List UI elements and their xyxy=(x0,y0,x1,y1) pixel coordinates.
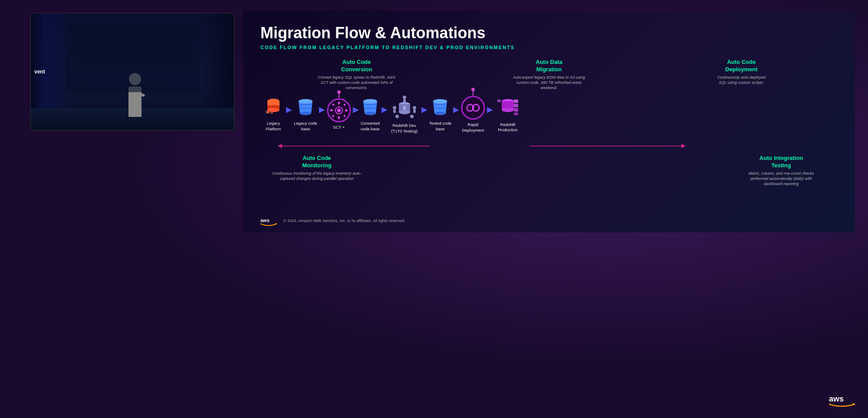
svg-point-37 xyxy=(399,110,410,114)
block-auto-integration-testing: Auto IntegrationTesting Metric, column, … xyxy=(733,155,829,186)
arrow-1: ▶ xyxy=(286,105,292,114)
svg-point-40 xyxy=(434,112,446,115)
svg-text:aws: aws xyxy=(829,395,844,403)
node-converted-code-base: Convertedcode base xyxy=(361,97,380,132)
converted-codebase-label: Convertedcode base xyxy=(361,121,380,132)
node-redshift-production: RedshiftProduction xyxy=(495,96,521,133)
redshift-dev-icon: S xyxy=(389,95,420,121)
arrow-7: ▶ xyxy=(487,105,493,114)
testing-title: Auto IntegrationTesting xyxy=(733,155,829,169)
node-sct-plus: SCT + xyxy=(327,98,351,130)
svg-rect-5 xyxy=(266,111,270,113)
svg-rect-30 xyxy=(393,109,396,113)
event-label: vent xyxy=(34,69,45,75)
arrow-4: ▶ xyxy=(381,105,388,114)
svg-rect-6 xyxy=(270,112,273,114)
arrow-5: ▶ xyxy=(421,105,427,114)
converted-codebase-icon xyxy=(361,97,379,119)
node-legacy-platform: LegacyPlatform xyxy=(263,97,284,132)
main-slide: Migration Flow & Automations CODE FLOW F… xyxy=(243,11,855,232)
testing-desc: Metric, column, and row-count checksperf… xyxy=(733,171,829,186)
top-sections: Auto CodeConversion Convert legacy SQL s… xyxy=(260,59,838,90)
feedback-lines xyxy=(260,137,838,153)
arrow-6: ▶ xyxy=(453,105,459,114)
block-auto-code-monitoring: Auto CodeMonitoring Continuous monitorin… xyxy=(269,155,365,186)
svg-point-14 xyxy=(337,109,341,112)
arrow-3: ▶ xyxy=(353,105,359,114)
monitoring-desc: Continuous monitoring of the legacy inve… xyxy=(269,171,365,181)
section-title-deployment: Auto CodeDeployment xyxy=(698,59,785,73)
legacy-codebase-icon xyxy=(296,97,315,119)
redshift-dev-label: Redshift Dev(T1T0 Testing) xyxy=(391,123,418,134)
legacy-platform-icon xyxy=(263,97,284,119)
svg-rect-52 xyxy=(497,100,501,102)
svg-point-27 xyxy=(403,96,406,99)
node-redshift-dev: S Redshift Dev(T1T0 Testing) xyxy=(389,95,420,134)
svg-marker-54 xyxy=(278,144,282,148)
legacy-codebase-label: Legacy codebase xyxy=(294,121,317,132)
svg-point-7 xyxy=(299,99,312,103)
section-desc-conversion: Convert legacy SQL syntax to Redshift. A… xyxy=(313,75,400,90)
bottom-labels: Auto CodeMonitoring Continuous monitorin… xyxy=(260,155,838,186)
bottom-aws-bar: aws xyxy=(829,392,855,409)
node-legacy-code-base: Legacy codebase xyxy=(294,97,317,132)
svg-rect-48 xyxy=(514,100,518,103)
monitoring-title: Auto CodeMonitoring xyxy=(269,155,365,169)
sct-label: SCT + xyxy=(333,125,345,130)
svg-point-8 xyxy=(300,112,311,115)
aws-logo-small: aws xyxy=(260,214,277,227)
section-auto-code-deployment: Auto CodeDeployment Continuously auto-de… xyxy=(698,59,785,90)
tested-codebase-icon xyxy=(431,97,449,119)
arrow-2: ▶ xyxy=(319,105,325,114)
video-panel: vent xyxy=(30,13,234,130)
sct-icon xyxy=(327,98,351,123)
svg-point-33 xyxy=(395,115,399,118)
section-desc-migration: Auto-export legacy EDW data to S3 usingc… xyxy=(506,75,592,90)
svg-point-47 xyxy=(502,108,514,112)
feedback-line-left xyxy=(260,137,838,153)
aws-logo-main: aws xyxy=(829,392,855,409)
main-flow: LegacyPlatform ▶ Legacy codebase ▶ xyxy=(260,95,838,134)
slide-subtitle: CODE FLOW FROM LEGACY PLATFORM TO REDSHI… xyxy=(260,45,838,50)
svg-marker-56 xyxy=(681,144,686,148)
svg-text:S: S xyxy=(403,106,406,110)
section-title-conversion: Auto CodeConversion xyxy=(313,59,400,73)
svg-rect-15 xyxy=(338,102,340,104)
svg-rect-32 xyxy=(413,109,416,113)
svg-point-39 xyxy=(433,99,447,103)
node-rapid-deployment: RapidDeployment xyxy=(461,96,485,133)
svg-text:aws: aws xyxy=(260,218,270,223)
svg-rect-51 xyxy=(514,113,518,115)
svg-rect-28 xyxy=(403,99,406,103)
svg-rect-17 xyxy=(330,109,333,111)
svg-point-31 xyxy=(413,106,416,109)
redshift-production-icon xyxy=(495,96,521,120)
svg-point-24 xyxy=(365,112,376,115)
section-auto-code-conversion: Auto CodeConversion Convert legacy SQL s… xyxy=(313,59,400,90)
section-title-migration: Auto DataMigration xyxy=(506,59,592,73)
redshift-production-label: RedshiftProduction xyxy=(498,122,517,133)
legacy-platform-label: LegacyPlatform xyxy=(266,121,281,132)
rapid-deployment-label: RapidDeployment xyxy=(462,122,484,133)
slide-footer: aws © 2024, Amazon Web Services, Inc. or… xyxy=(260,214,838,227)
svg-rect-50 xyxy=(514,108,518,112)
svg-point-34 xyxy=(410,115,414,118)
svg-rect-49 xyxy=(514,104,518,107)
section-auto-data-migration: Auto DataMigration Auto-export legacy ED… xyxy=(506,59,592,90)
svg-point-23 xyxy=(363,99,377,103)
tested-codebase-label: Tested codebase xyxy=(429,121,451,132)
section-desc-deployment: Continuously auto-deployedSQL using cust… xyxy=(698,75,785,85)
svg-rect-18 xyxy=(345,109,348,111)
node-tested-code-base: Tested codebase xyxy=(429,97,451,132)
rapid-deployment-icon xyxy=(461,96,485,120)
svg-rect-16 xyxy=(338,116,340,119)
footer-copyright: © 2024, Amazon Web Services, Inc. or its… xyxy=(283,219,405,223)
svg-point-29 xyxy=(393,106,396,109)
slide-title: Migration Flow & Automations xyxy=(260,24,838,42)
